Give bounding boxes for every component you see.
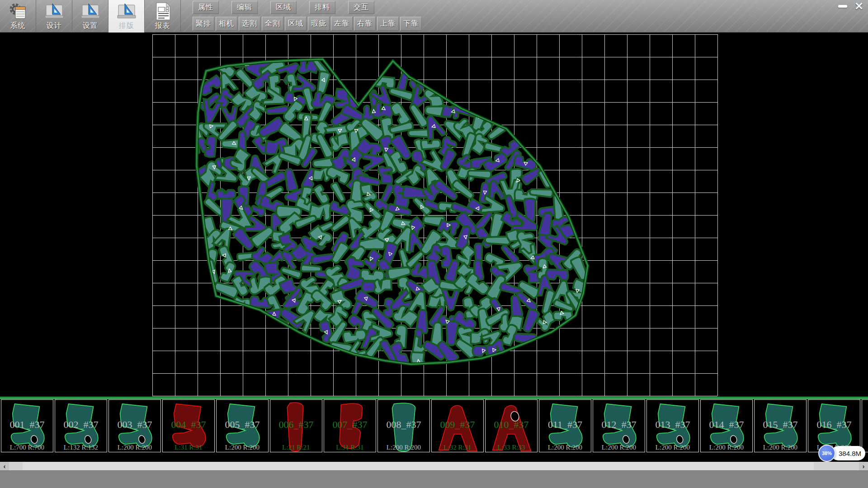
part-thumbnail-005_#37[interactable]: 005_#37L:200 R:200 bbox=[216, 399, 269, 452]
part-lr-count: L:200 R:200 bbox=[647, 444, 698, 451]
nav-tab-2[interactable]: 设计 bbox=[36, 0, 72, 33]
part-thumbnail-010_#37[interactable]: 010_#37L:33 R:33 bbox=[485, 399, 538, 452]
part-label: 005_#37 bbox=[217, 418, 268, 430]
scroll-left-icon[interactable]: ‹ bbox=[0, 462, 9, 470]
part-label: 003_#37 bbox=[109, 418, 160, 430]
part-label: 010_#37 bbox=[486, 418, 537, 430]
part-lr-count: L:200 R:200 bbox=[701, 444, 752, 451]
part-thumbnail-008_#37[interactable]: 008_#37L:200 R:200 bbox=[377, 399, 430, 452]
part-thumbnail-014_#37[interactable]: 014_#37L:200 R:200 bbox=[700, 399, 753, 452]
menu-button-2-8[interactable]: 右靠 bbox=[354, 17, 376, 31]
part-label: 002_#37 bbox=[55, 418, 107, 430]
part-thumbnail-012_#37[interactable]: 012_#37L:200 R:200 bbox=[593, 399, 645, 452]
part-thumbnail-003_#37[interactable]: 003_#37L:200 R:200 bbox=[108, 399, 161, 452]
part-thumbnail-009_#37[interactable]: 009_#37L:32 R:31 bbox=[431, 399, 484, 452]
menu-button-1-1[interactable]: 属性 bbox=[193, 1, 219, 14]
part-lr-count: L:200 R:200 bbox=[755, 444, 806, 451]
part-lr-count: L:200 R:200 bbox=[217, 444, 268, 451]
part-lr-count: L:132 R:132 bbox=[55, 444, 107, 451]
nav-tab-4[interactable]: 排版 bbox=[108, 0, 145, 33]
menu-button-1-3[interactable]: 区域 bbox=[270, 1, 297, 14]
part-label: 012_#37 bbox=[593, 418, 645, 430]
nav-tab-1[interactable]: 系统 bbox=[0, 0, 36, 33]
menu-button-2-4[interactable]: 全割 bbox=[262, 17, 283, 31]
scrollbar-thumb[interactable] bbox=[23, 462, 814, 470]
menu-button-1-4[interactable]: 排料 bbox=[309, 1, 335, 14]
part-lr-count: L:32 R:31 bbox=[432, 444, 483, 451]
part-label: 004_#37 bbox=[163, 418, 214, 430]
status-badge: 384.8M 38% bbox=[818, 445, 866, 462]
window-controls: ✕ bbox=[835, 1, 866, 11]
menu-row-secondary: 聚排相机选割全割区域瑕疵左靠右靠上靠下靠 bbox=[193, 17, 422, 31]
scrollbar-track[interactable] bbox=[9, 462, 859, 470]
menu-button-1-5[interactable]: 交互 bbox=[348, 1, 374, 14]
memory-pill: 384.8M bbox=[831, 446, 865, 460]
menu-button-2-7[interactable]: 左靠 bbox=[331, 17, 353, 31]
nav-tab-label: 设置 bbox=[83, 21, 98, 30]
menu-button-2-10[interactable]: 下靠 bbox=[400, 17, 422, 31]
minimize-button[interactable] bbox=[835, 1, 850, 11]
nesting-ruler-icon bbox=[117, 1, 137, 21]
part-label: 001_#37 bbox=[1, 418, 53, 430]
nav-tab-label: 报表 bbox=[155, 21, 170, 30]
part-lr-count: L:700 R:700 bbox=[1, 444, 53, 451]
nav-tab-5[interactable]: 报表 bbox=[145, 0, 181, 33]
main-nav-tabs: 系统设计设置排版报表 bbox=[0, 0, 181, 33]
parts-strip: 001_#37L:700 R:700002_#37L:132 R:132003_… bbox=[0, 399, 868, 454]
menu-button-1-2[interactable]: 编辑 bbox=[231, 1, 258, 14]
part-thumbnail-004_#37[interactable]: 004_#37L:31 R:31 bbox=[162, 399, 215, 452]
part-lr-count: L:200 R:200 bbox=[539, 444, 591, 451]
part-label: 006_#37 bbox=[270, 418, 322, 430]
nav-tab-label: 系统 bbox=[10, 21, 26, 30]
menu-button-2-2[interactable]: 相机 bbox=[216, 17, 237, 31]
menu-button-2-6[interactable]: 瑕疵 bbox=[308, 17, 330, 31]
design-ruler-icon bbox=[44, 1, 64, 21]
part-label: 011_#37 bbox=[539, 418, 591, 430]
menu-row-primary: 属性编辑区域排料交互 bbox=[193, 1, 374, 14]
part-thumbnail-013_#37[interactable]: 013_#37L:200 R:200 bbox=[646, 399, 699, 452]
horizontal-scrollbar[interactable]: ‹ › bbox=[0, 462, 868, 470]
part-thumbnail-015_#37[interactable]: 015_#37L:200 R:200 bbox=[754, 399, 807, 452]
part-label: 008_#37 bbox=[378, 418, 429, 430]
part-lr-count: L:31 R:31 bbox=[324, 444, 376, 451]
menu-button-2-3[interactable]: 选割 bbox=[239, 17, 260, 31]
part-lr-count: L:33 R:33 bbox=[486, 444, 537, 451]
part-label: 014_#37 bbox=[701, 418, 752, 430]
nav-tab-3[interactable]: 设置 bbox=[72, 0, 108, 33]
part-thumbnail-007_#37[interactable]: 007_#37L:31 R:31 bbox=[324, 399, 376, 452]
part-label: 013_#37 bbox=[647, 418, 698, 430]
part-thumbnail-006_#37[interactable]: 006_#37L:21 R:21 bbox=[270, 399, 322, 452]
menu-button-2-5[interactable]: 区域 bbox=[285, 17, 307, 31]
status-bar bbox=[0, 470, 868, 488]
report-document-icon bbox=[153, 1, 173, 21]
close-button[interactable]: ✕ bbox=[852, 1, 866, 11]
part-lr-count: L:21 R:21 bbox=[270, 444, 322, 451]
part-lr-count: L:31 R:31 bbox=[163, 444, 214, 451]
part-lr-count: L:200 R:200 bbox=[378, 444, 429, 451]
part-thumbnail-002_#37[interactable]: 002_#37L:132 R:132 bbox=[55, 399, 107, 452]
nav-tab-label: 设计 bbox=[47, 21, 62, 30]
part-label: 015_#37 bbox=[755, 418, 806, 430]
part-thumbnail-001_#37[interactable]: 001_#37L:700 R:700 bbox=[1, 399, 53, 452]
progress-circle: 38% bbox=[818, 445, 835, 462]
part-thumbnail-011_#37[interactable]: 011_#37L:200 R:200 bbox=[539, 399, 591, 452]
part-label: 016_#37 bbox=[808, 418, 860, 430]
system-gear-icon bbox=[8, 1, 28, 21]
nesting-canvas[interactable] bbox=[0, 33, 868, 397]
nav-tab-label: 排版 bbox=[119, 21, 134, 30]
part-label: 007_#37 bbox=[324, 418, 376, 430]
part-lr-count: L:200 R:200 bbox=[593, 444, 645, 451]
part-label: 009_#37 bbox=[432, 418, 483, 430]
workspace bbox=[0, 33, 868, 397]
minimize-icon bbox=[838, 5, 847, 8]
settings-ruler-icon bbox=[80, 1, 100, 21]
app-window: 系统设计设置排版报表 属性编辑区域排料交互 聚排相机选割全割区域瑕疵左靠右靠上靠… bbox=[0, 0, 868, 488]
toolbar: 系统设计设置排版报表 属性编辑区域排料交互 聚排相机选割全割区域瑕疵左靠右靠上靠… bbox=[0, 0, 868, 33]
menu-button-2-1[interactable]: 聚排 bbox=[193, 17, 214, 31]
part-lr-count: L:200 R:200 bbox=[109, 444, 160, 451]
scroll-right-icon[interactable]: › bbox=[859, 462, 868, 470]
menu-button-2-9[interactable]: 上靠 bbox=[377, 17, 399, 31]
